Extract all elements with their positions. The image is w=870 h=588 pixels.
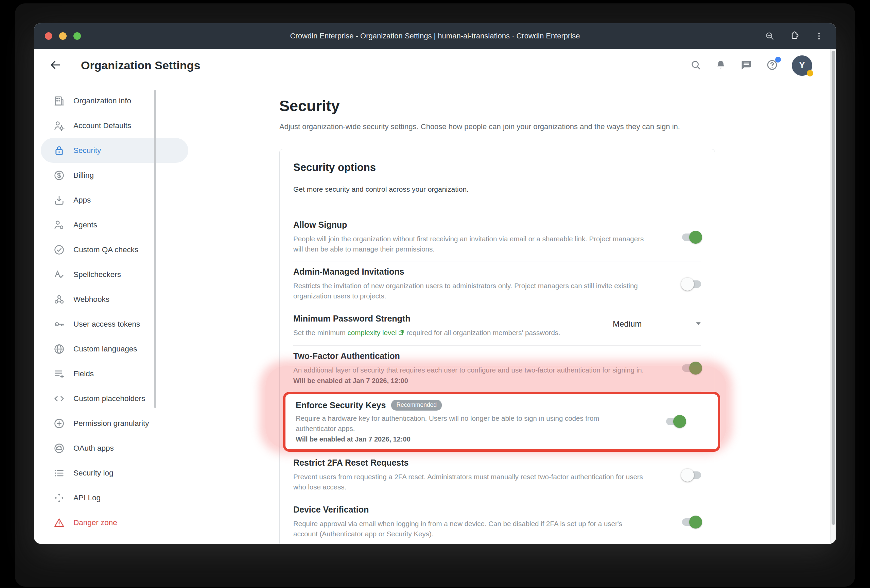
enable-date-note: Will be enabled at Jan 7 2026, 12:00 (296, 435, 633, 443)
avatar-status-dot (807, 70, 813, 76)
device-verification-toggle[interactable] (682, 518, 701, 526)
sidebar-item-oauth-apps[interactable]: OAuth apps (41, 436, 188, 460)
two-factor-authentication-toggle[interactable] (682, 364, 701, 372)
browser-zoom-out-icon[interactable] (765, 31, 775, 41)
sidebar-item-custom-placeholders[interactable]: Custom placeholders (41, 386, 188, 411)
toggle-knob (681, 278, 694, 290)
setting-row-two-factor-authentication: Two-Factor Authentication An additional … (293, 346, 701, 392)
user-gear-icon (53, 120, 65, 132)
main-content: Security Adjust organization-wide securi… (279, 82, 715, 544)
key-icon (53, 318, 65, 330)
sidebar-item-danger-zone[interactable]: Danger zone (41, 510, 188, 535)
toggle-knob (681, 469, 694, 482)
selected-value: Medium (613, 319, 642, 329)
sidebar-item-apps[interactable]: Apps (41, 188, 188, 213)
enforce-security-keys-toggle[interactable] (666, 418, 685, 425)
toggle-knob (689, 362, 702, 375)
sidebar-item-billing[interactable]: Billing (41, 163, 188, 188)
browser-extensions-icon[interactable] (789, 31, 800, 42)
sidebar-item-spellcheckers[interactable]: Spellcheckers (41, 262, 188, 287)
sidebar-item-fields[interactable]: Fields (41, 361, 188, 386)
sidebar-item-webhooks[interactable]: Webhooks (41, 287, 188, 312)
sidebar-item-security-log[interactable]: Security log (41, 460, 188, 485)
sidebar-item-agents[interactable]: Agents (41, 213, 188, 237)
setting-description: Require a hardware key for authenticatio… (296, 413, 633, 434)
api-diamonds-icon (53, 492, 65, 504)
settings-sidebar: Organization info Account Defaults Secur… (34, 82, 194, 544)
zoom-window-button[interactable] (73, 32, 81, 40)
setting-title: Admin-Managed Invitations (293, 267, 647, 277)
setting-description: An additional layer of security that req… (293, 365, 647, 375)
setting-title: Allow Signup (293, 220, 647, 230)
messages-chat-icon[interactable] (740, 59, 752, 72)
card-heading: Security options (293, 161, 701, 174)
chevron-down-icon (696, 321, 701, 327)
check-circle-icon (53, 244, 65, 256)
browser-menu-kebab-icon[interactable] (814, 31, 824, 41)
setting-title: Enforce Security KeysRecommended (296, 400, 633, 411)
sidebar-item-custom-languages[interactable]: Custom languages (41, 336, 188, 361)
webhook-icon (53, 293, 65, 305)
setting-row-admin-managed-invitations: Admin-Managed Invitations Restricts the … (293, 261, 701, 308)
sidebar-item-api-log[interactable]: API Log (41, 485, 188, 510)
user-box-icon (53, 219, 65, 231)
setting-title: Two-Factor Authentication (293, 351, 647, 361)
toggle-knob (673, 415, 686, 428)
setting-description: People will join the organization withou… (293, 234, 647, 254)
close-window-button[interactable] (45, 32, 52, 40)
app-header: Organization Settings (34, 49, 836, 82)
building-icon (53, 95, 65, 107)
security-options-card: Security options Get more security and c… (279, 149, 715, 544)
setting-description: Set the minimum complexity level require… (293, 327, 593, 338)
recommended-badge: Recommended (391, 400, 442, 411)
setting-title: Restrict 2FA Reset Requests (293, 458, 647, 468)
setting-row-minimum-password-strength: Minimum Password Strength Set the minimu… (293, 308, 701, 346)
setting-row-device-verification: Device Verification Require approval via… (293, 499, 701, 544)
section-subtitle: Adjust organization-wide security settin… (279, 122, 715, 131)
traffic-lights (45, 32, 81, 40)
list-icon (53, 467, 65, 479)
fields-icon (53, 368, 65, 380)
toggle-knob (689, 516, 702, 528)
warning-triangle-icon (53, 517, 65, 529)
avatar[interactable]: Y (792, 55, 812, 76)
sidebar-item-custom-qa-checks[interactable]: Custom QA checks (41, 237, 188, 262)
admin-managed-invitations-toggle[interactable] (682, 280, 701, 288)
external-link-icon (398, 328, 404, 338)
setting-title: Device Verification (293, 505, 647, 515)
page-title: Organization Settings (81, 59, 200, 72)
sidebar-item-organization-info[interactable]: Organization info (41, 88, 188, 113)
browser-window: Crowdin Enterprise - Organization Settin… (34, 23, 836, 544)
plus-circle-icon (53, 417, 65, 430)
page-scrollbar-thumb[interactable] (831, 51, 835, 525)
restrict-2fa-reset-requests-toggle[interactable] (682, 472, 701, 479)
setting-description: Require approval via email when logging … (293, 519, 647, 539)
complexity-level-link[interactable]: complexity level (348, 329, 405, 336)
setting-row-allow-signup: Allow Signup People will join the organi… (293, 214, 701, 261)
card-description: Get more security and control across you… (293, 185, 701, 194)
sidebar-item-permission-granularity[interactable]: Permission granularity (41, 411, 188, 436)
enable-date-note: Will be enabled at Jan 7 2026, 12:00 (293, 377, 647, 385)
lock-icon (53, 144, 65, 157)
sidebar-scrollbar[interactable] (154, 90, 156, 408)
setting-title: Minimum Password Strength (293, 314, 593, 324)
sidebar-item-account-defaults[interactable]: Account Defaults (41, 113, 188, 138)
section-title: Security (279, 97, 715, 115)
setting-description: Prevent users from requesting a 2FA rese… (293, 472, 647, 492)
browser-titlebar: Crowdin Enterprise - Organization Settin… (34, 23, 836, 49)
cloud-circle-icon (53, 442, 65, 454)
setting-row-restrict-2fa-reset-requests: Restrict 2FA Reset Requests Prevent user… (293, 452, 701, 499)
page-scrollbar[interactable] (830, 49, 836, 544)
notifications-bell-icon[interactable] (715, 59, 727, 72)
help-icon[interactable] (766, 59, 778, 72)
download-icon (53, 194, 65, 206)
sidebar-item-security[interactable]: Security (41, 138, 188, 163)
allow-signup-toggle[interactable] (682, 234, 701, 241)
password-strength-select[interactable]: Medium (613, 319, 701, 333)
minimize-window-button[interactable] (59, 32, 67, 40)
back-arrow-icon[interactable] (49, 58, 62, 73)
toggle-knob (689, 231, 702, 244)
sidebar-item-user-access-tokens[interactable]: User access tokens (41, 312, 188, 336)
globe-icon (53, 343, 65, 355)
search-icon[interactable] (690, 59, 702, 72)
